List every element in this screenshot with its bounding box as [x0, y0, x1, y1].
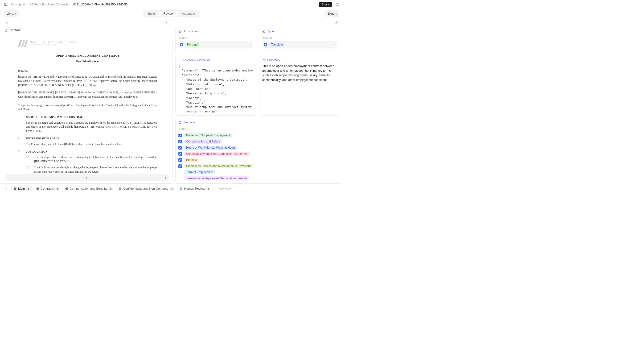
- svg-rect-13: [179, 122, 181, 123]
- radio-selected-icon[interactable]: [180, 43, 183, 47]
- type-search-input[interactable]: [262, 35, 337, 41]
- view-tab[interactable]: Compensation and Benefits5: [63, 186, 115, 192]
- svg-rect-14: [179, 123, 181, 123]
- doc-date: Day / Month / Year: [18, 60, 157, 63]
- doc-title: OPEN-ENDED EMPLOYMENT CONTRACT: [18, 54, 157, 58]
- section-checkbox[interactable]: [178, 134, 182, 137]
- view-tab[interactable]: Contracts1: [34, 186, 62, 192]
- section-chip: Termination of Agreement/Termination Ben…: [184, 176, 249, 180]
- tab-automate[interactable]: Automate: [178, 11, 199, 17]
- section-item[interactable]: Termination of Agreement/Termination Ben…: [178, 176, 337, 180]
- jurisdiction-search-input[interactable]: [178, 35, 253, 41]
- clear-jurisdiction-icon[interactable]: ×: [250, 43, 252, 47]
- view-tab[interactable]: Confidentiality and Non-Compete3: [116, 186, 176, 192]
- tab-review[interactable]: Review: [159, 11, 178, 17]
- export-button[interactable]: Export: [325, 10, 339, 17]
- view-tab-count: 3: [170, 187, 174, 190]
- section-chip: Benefits: [184, 158, 199, 162]
- view-tab-count: 3: [207, 187, 210, 190]
- sections-card: Sections Duties and Scope of EmploymentC…: [175, 118, 340, 184]
- document-viewer[interactable]: MACEDO VITORINO & ASSOCIADOS Sociedade d…: [3, 34, 172, 184]
- breadcrumb-root[interactable]: All projects: [11, 3, 25, 6]
- doc-between-label: Between:: [18, 70, 157, 72]
- view-tab[interactable]: Human Review3: [178, 186, 213, 192]
- sections-search-input[interactable]: [178, 126, 337, 132]
- subsection-3-2: The Employer reserves the right to chang…: [34, 166, 157, 174]
- section-number: 3.: [18, 150, 22, 176]
- overview-title: Overview Extraction: [183, 58, 211, 62]
- breadcrumb: All projects › LEGAL - Employee Contract…: [11, 3, 128, 6]
- section-number: 2.: [18, 137, 22, 146]
- close-icon[interactable]: [4, 20, 10, 26]
- firm-subtitle: Sociedade de Advogados, RL: [30, 44, 77, 46]
- section-checkbox[interactable]: [178, 146, 182, 150]
- section-item[interactable]: Duties and Scope of Employment: [178, 133, 337, 138]
- view-tab-label: Human Review: [184, 187, 205, 190]
- section-item[interactable]: Employer's Policies and Miscellaneous Pr…: [178, 164, 337, 168]
- view-tab-label: Compensation and Benefits: [70, 187, 108, 190]
- section-item[interactable]: Term of Employment: [178, 170, 337, 174]
- radio-selected-icon[interactable]: [264, 43, 267, 47]
- breadcrumb-sep: ›: [70, 3, 72, 6]
- section-item[interactable]: Hours of Work/Normal Working Hours: [178, 146, 337, 150]
- zoom-in-button[interactable]: +: [164, 176, 166, 180]
- document-icon: [4, 29, 8, 32]
- svg-rect-6: [336, 23, 338, 24]
- overview-extraction-card: Overview Extraction { "summary": "This i…: [175, 56, 256, 116]
- subsection-number: 3.2.: [26, 166, 31, 174]
- help-icon[interactable]: [334, 2, 340, 7]
- doc-para-employer: [NAME OF THE EMPLOYER], whose registered…: [18, 75, 157, 87]
- type-title: Type: [267, 30, 274, 33]
- new-view-button[interactable]: + New view: [215, 187, 232, 191]
- tab-build[interactable]: Build: [144, 11, 159, 17]
- section-checkbox[interactable]: [178, 140, 182, 143]
- subsection-number: 3.1.: [26, 155, 31, 164]
- prev-record-icon[interactable]: [164, 20, 170, 26]
- section-checkbox[interactable]: [178, 164, 182, 168]
- section-checkbox[interactable]: [178, 152, 182, 156]
- summary-card: Summary This is an open-ended employment…: [259, 56, 340, 116]
- type-card: Type Template ×: [259, 27, 340, 53]
- section-chip: Confidentiality and Non-Competition Agre…: [184, 152, 250, 156]
- zoom-level[interactable]: Fit: [86, 176, 89, 179]
- library-button[interactable]: Library: [4, 10, 19, 17]
- view-tab-count: 1: [56, 187, 59, 190]
- view-tab-label: Confidentiality and Non-Compete: [123, 187, 168, 190]
- section-checkbox[interactable]: [178, 158, 182, 162]
- section-chip: Duties and Scope of Employment: [184, 133, 232, 138]
- view-tab-count: 5: [109, 187, 113, 190]
- sections-title: Sections: [183, 121, 195, 124]
- section-chip: Term of Employment: [184, 170, 215, 174]
- summary-text: This is an open-ended employment contrac…: [262, 64, 337, 82]
- braces-icon: [178, 59, 182, 62]
- filter-icon[interactable]: [3, 186, 9, 192]
- zoom-control: − Fit +: [6, 174, 170, 181]
- section-chip: Employer's Policies and Miscellaneous Pr…: [184, 164, 253, 168]
- next-record-icon[interactable]: [174, 20, 179, 26]
- doc-intro: The parties hereby agree to enter into a…: [18, 103, 157, 112]
- jurisdiction-value-row[interactable]: Portugal ×: [178, 41, 253, 48]
- section-2-head: ENTERING INTO FORCE: [26, 137, 157, 141]
- zoom-out-button[interactable]: −: [9, 176, 11, 180]
- svg-point-8: [263, 30, 265, 33]
- section-item[interactable]: Benefits: [178, 158, 337, 162]
- breadcrumb-project[interactable]: LEGAL - Employee Contracts: [30, 3, 68, 6]
- overview-json[interactable]: { "summary": "This is an open-ended empl…: [178, 64, 253, 113]
- section-chip: Compensation and Salary: [184, 139, 222, 144]
- breadcrumb-current: 0191c276-8ec3-7bed-bd4f-9250c94d66f2: [73, 3, 128, 6]
- jurisdiction-chip: Portugal: [185, 43, 200, 47]
- view-tab[interactable]: Main5: [11, 186, 32, 192]
- type-value-row[interactable]: Template ×: [262, 41, 337, 48]
- share-button[interactable]: Share: [319, 2, 332, 7]
- section-item[interactable]: Compensation and Salary: [178, 139, 337, 144]
- section-1-head: SCOPE OF THE EMPLOYMENT CONTRACT: [26, 115, 157, 119]
- sidebar-toggle-icon[interactable]: [3, 2, 8, 7]
- lock-icon[interactable]: [334, 20, 339, 26]
- section-1-body: Subject to the terms and conditions of t…: [26, 121, 157, 133]
- text-lines-icon: [262, 59, 266, 62]
- clear-type-icon[interactable]: ×: [334, 43, 336, 47]
- mode-tabs: Build Review Automate: [143, 10, 200, 17]
- doc-para-employee: [NAME OF THE EMPLOYEE], [MARITAL STATUS]…: [18, 91, 157, 99]
- section-item[interactable]: Confidentiality and Non-Competition Agre…: [178, 152, 337, 156]
- document-tab-title: Contract: [10, 28, 22, 32]
